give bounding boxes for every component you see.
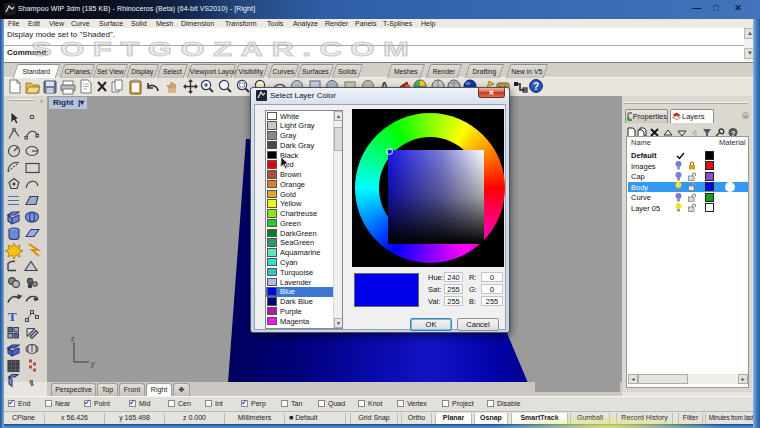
svg-text:?: ? xyxy=(533,81,539,92)
svg-text:z: z xyxy=(70,336,75,342)
svg-text:y: y xyxy=(90,360,95,368)
svg-text:T: T xyxy=(8,309,17,324)
